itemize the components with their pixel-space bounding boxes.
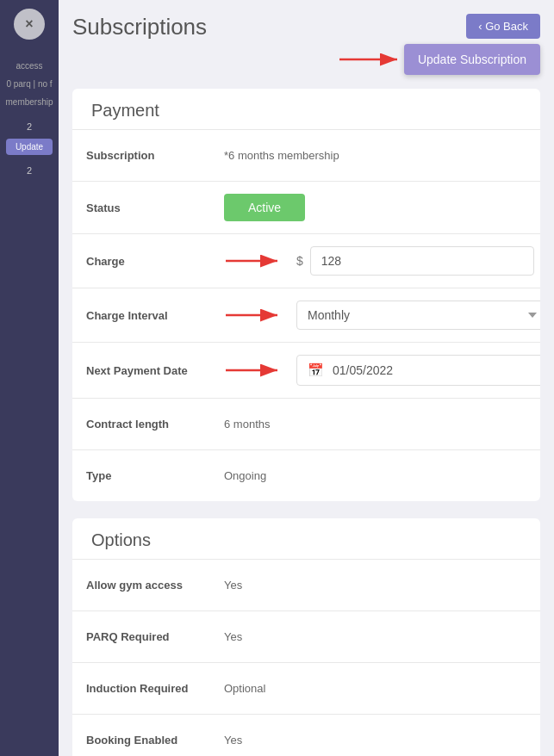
active-badge: Active bbox=[224, 194, 305, 221]
allow-gym-access-row: Allow gym access Yes bbox=[72, 559, 540, 610]
parq-required-label: PARQ Required bbox=[86, 630, 224, 643]
induction-required-value: Optional bbox=[224, 682, 526, 695]
page-title: Subscriptions bbox=[72, 14, 207, 40]
charge-label: Charge bbox=[86, 255, 224, 268]
payment-section: Payment Subscription *6 months membershi… bbox=[72, 89, 540, 501]
booking-enabled-label: Booking Enabled bbox=[86, 734, 224, 747]
date-field[interactable]: 📅 01/05/2022 bbox=[296, 355, 540, 386]
sidebar-num1: 2 bbox=[27, 121, 32, 132]
sidebar-membership-label: membership bbox=[2, 93, 56, 111]
payment-section-title: Payment bbox=[86, 89, 526, 129]
charge-value: $ bbox=[224, 246, 534, 276]
induction-required-row: Induction Required Optional bbox=[72, 662, 540, 714]
induction-required-label: Induction Required bbox=[86, 682, 224, 695]
allow-gym-access-value: Yes bbox=[224, 579, 526, 592]
next-payment-date-row: Next Payment Date 📅 01/05/2022 bbox=[72, 342, 540, 398]
contract-length-value: 6 months bbox=[224, 418, 526, 431]
charge-interval-row: Charge Interval Monthly Weekly Yearly bbox=[72, 288, 540, 342]
options-section: Options Allow gym access Yes PARQ Requir… bbox=[72, 518, 540, 756]
sidebar-access-label: access bbox=[12, 57, 46, 75]
contract-length-row: Contract length 6 months bbox=[72, 398, 540, 449]
update-subscription-button[interactable]: Update Subscription bbox=[404, 44, 540, 75]
date-value: 01/05/2022 bbox=[333, 363, 393, 377]
options-section-title: Options bbox=[86, 518, 526, 559]
status-row: Status Active bbox=[72, 181, 540, 233]
status-label: Status bbox=[86, 201, 224, 214]
parq-required-value: Yes bbox=[224, 630, 526, 643]
type-label: Type bbox=[86, 469, 224, 482]
subscription-label: Subscription bbox=[86, 149, 224, 162]
sidebar-update-button[interactable]: Update bbox=[6, 139, 53, 155]
type-row: Type Ongoing bbox=[72, 449, 540, 501]
charge-row: Charge $ bbox=[72, 233, 540, 288]
next-payment-date-label: Next Payment Date bbox=[86, 364, 224, 377]
close-button[interactable]: × bbox=[14, 9, 45, 40]
sidebar-parq-label: 0 parq | no f bbox=[3, 75, 55, 93]
sidebar-num2: 2 bbox=[27, 165, 32, 176]
charge-interval-label: Charge Interval bbox=[86, 309, 224, 322]
charge-input[interactable] bbox=[310, 246, 534, 276]
subscription-value: *6 months membership bbox=[224, 149, 526, 162]
next-payment-date-value: 📅 01/05/2022 bbox=[224, 355, 540, 386]
arrow-annotation-date bbox=[224, 362, 284, 379]
status-value: Active bbox=[224, 194, 526, 221]
booking-enabled-value: Yes bbox=[224, 734, 526, 747]
calendar-icon: 📅 bbox=[308, 363, 324, 378]
page-header: Subscriptions ‹ Go Back Update Subscript… bbox=[72, 14, 540, 75]
arrow-annotation-update bbox=[335, 49, 404, 70]
header-buttons: ‹ Go Back Update Subscription bbox=[404, 14, 540, 75]
subscription-row: Subscription *6 months membership bbox=[72, 129, 540, 181]
go-back-button[interactable]: ‹ Go Back bbox=[466, 14, 540, 39]
sidebar: × access 0 parq | no f membership 2 Upda… bbox=[0, 0, 59, 756]
arrow-annotation-interval bbox=[224, 307, 284, 324]
main-content: Subscriptions ‹ Go Back Update Subscript… bbox=[59, 0, 554, 756]
currency-symbol: $ bbox=[296, 254, 303, 268]
close-icon: × bbox=[25, 16, 33, 32]
allow-gym-access-label: Allow gym access bbox=[86, 579, 224, 592]
charge-interval-select[interactable]: Monthly Weekly Yearly bbox=[296, 301, 540, 330]
arrow-annotation-charge bbox=[224, 252, 284, 270]
charge-interval-value: Monthly Weekly Yearly bbox=[224, 301, 540, 330]
contract-length-label: Contract length bbox=[86, 418, 224, 431]
booking-enabled-row: Booking Enabled Yes bbox=[72, 714, 540, 756]
type-value: Ongoing bbox=[224, 469, 526, 482]
parq-required-row: PARQ Required Yes bbox=[72, 610, 540, 662]
